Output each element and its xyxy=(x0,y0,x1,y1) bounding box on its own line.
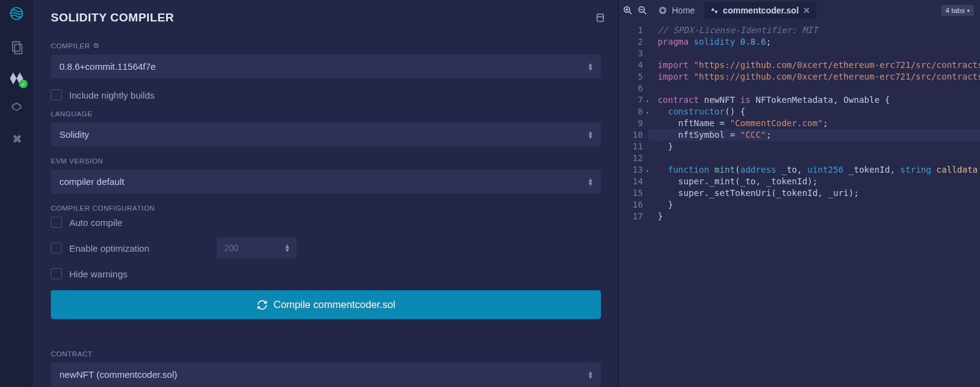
files-icon[interactable] xyxy=(8,39,25,56)
editor-pane: Home commentcoder.sol ✕ 4 tabs ▾ 1234567… xyxy=(619,0,980,387)
tab-home[interactable]: Home xyxy=(652,2,701,19)
chevron-updown-icon: ▴▾ xyxy=(285,244,289,252)
zoom-out-icon[interactable] xyxy=(637,5,648,16)
nightly-checkbox[interactable] xyxy=(51,89,62,100)
tabs-count-label: 4 tabs xyxy=(946,7,965,14)
code-editor[interactable]: 1234567891011121314151617 // SPDX-Licens… xyxy=(619,21,980,387)
chevron-updown-icon: ▴▾ xyxy=(589,178,592,186)
zoom-in-icon[interactable] xyxy=(622,5,633,16)
compile-button[interactable]: Compile commentcoder.sol xyxy=(51,290,601,319)
panel-title: SOLIDITY COMPILER xyxy=(51,11,601,24)
language-label: LANGUAGE xyxy=(51,110,601,118)
svg-rect-2 xyxy=(15,45,22,54)
hide-warnings-label: Hide warnings xyxy=(69,269,127,279)
icon-rail: ✓ xyxy=(0,0,34,387)
chevron-down-icon: ▾ xyxy=(967,8,970,13)
config-label: COMPILER CONFIGURATION xyxy=(51,205,601,212)
compiler-select-value: 0.8.6+commit.11564f7e xyxy=(59,61,156,72)
optimize-label: Enable optimization xyxy=(69,243,149,254)
chevron-updown-icon: ▴▾ xyxy=(589,62,592,71)
deploy-icon[interactable] xyxy=(8,100,25,118)
svg-line-10 xyxy=(644,12,646,14)
refresh-icon xyxy=(257,299,268,310)
hide-warnings-row: Hide warnings xyxy=(51,268,601,279)
nightly-checkbox-row: Include nightly builds xyxy=(51,89,601,100)
optimize-checkbox[interactable] xyxy=(51,242,62,254)
solidity-compiler-icon[interactable]: ✓ xyxy=(8,70,25,87)
optimize-runs-value: 200 xyxy=(224,243,238,253)
svg-point-13 xyxy=(661,9,664,12)
compiler-panel: SOLIDITY COMPILER COMPILER ⧉ 0.8.6+commi… xyxy=(34,0,619,387)
evm-select-value: compiler default xyxy=(59,176,124,187)
chevron-updown-icon: ▴▾ xyxy=(589,370,592,379)
auto-compile-row: Auto compile xyxy=(51,217,601,228)
tab-file-active[interactable]: commentcoder.sol ✕ xyxy=(704,2,816,19)
contract-label: CONTRACT xyxy=(51,350,601,358)
evm-select[interactable]: compiler default ▴▾ xyxy=(51,170,601,194)
language-select-value: Solidity xyxy=(59,129,89,140)
close-icon[interactable]: ✕ xyxy=(803,6,810,15)
contract-select-value: newNFT (commentcoder.sol) xyxy=(59,369,177,380)
auto-compile-checkbox[interactable] xyxy=(51,217,62,228)
svg-rect-3 xyxy=(597,14,604,21)
evm-label: EVM VERSION xyxy=(51,157,601,165)
optimize-runs-input[interactable]: 200 ▴▾ xyxy=(217,238,296,258)
compile-success-badge: ✓ xyxy=(19,80,28,88)
compiler-select[interactable]: 0.8.6+commit.11564f7e ▴▾ xyxy=(51,54,601,78)
tab-home-label: Home xyxy=(672,6,695,15)
code-content: // SPDX-License-Identifier: MITpragma so… xyxy=(648,21,980,387)
optimize-row: Enable optimization 200 ▴▾ xyxy=(51,238,601,258)
svg-rect-1 xyxy=(13,42,20,51)
home-icon xyxy=(658,6,668,15)
hide-warnings-checkbox[interactable] xyxy=(51,268,62,279)
chevron-updown-icon: ▴▾ xyxy=(589,130,592,139)
tabs-count-badge[interactable]: 4 tabs ▾ xyxy=(941,5,974,16)
svg-line-6 xyxy=(629,12,631,14)
editor-tabbar: Home commentcoder.sol ✕ 4 tabs ▾ xyxy=(619,0,980,21)
solidity-file-icon xyxy=(710,7,718,15)
compiler-info-icon[interactable]: ⧉ xyxy=(94,42,99,50)
tab-file-label: commentcoder.sol xyxy=(723,6,799,15)
divider xyxy=(34,337,618,338)
auto-compile-label: Auto compile xyxy=(69,217,123,228)
contract-select[interactable]: newNFT (commentcoder.sol) ▴▾ xyxy=(51,363,601,386)
nightly-label: Include nightly builds xyxy=(69,90,154,100)
line-gutter: 1234567891011121314151617 xyxy=(619,21,648,387)
compile-button-label: Compile commentcoder.sol xyxy=(274,299,396,310)
remix-logo-icon[interactable] xyxy=(8,5,25,22)
compiler-label: COMPILER ⧉ xyxy=(51,42,601,50)
language-select[interactable]: Solidity ▴▾ xyxy=(51,122,601,146)
panel-toggle-icon[interactable] xyxy=(595,12,606,23)
plugin-icon[interactable] xyxy=(8,131,25,148)
